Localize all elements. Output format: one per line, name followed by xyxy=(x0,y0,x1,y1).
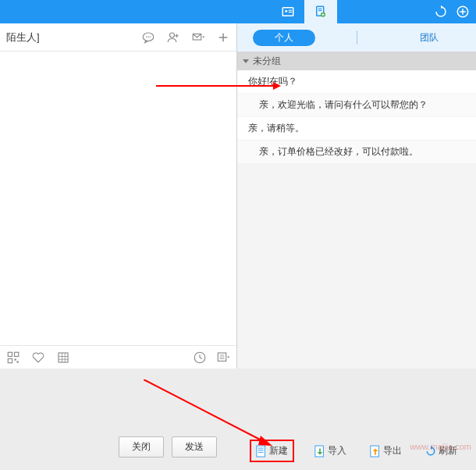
grid-icon[interactable] xyxy=(56,351,70,365)
header-tab-notes[interactable] xyxy=(304,0,337,23)
chat-title: 陌生人] xyxy=(6,30,40,45)
svg-rect-27 xyxy=(8,358,12,362)
new-label: 新建 xyxy=(269,444,288,458)
tab-divider xyxy=(357,30,357,45)
svg-rect-2 xyxy=(289,10,293,11)
svg-marker-10 xyxy=(441,5,443,9)
close-button[interactable]: 关闭 xyxy=(119,436,164,458)
svg-rect-45 xyxy=(258,447,264,448)
quick-phrase-panel: 个人 团队 未分组 你好!在吗？ 亲，欢迎光临，请问有什么可以帮您的？ 亲，请稍… xyxy=(237,23,476,369)
add-icon[interactable] xyxy=(216,30,230,45)
chat-toolbar xyxy=(0,345,236,369)
phrase-item[interactable]: 亲，订单价格已经改好，可以付款啦。 xyxy=(237,141,476,164)
svg-point-16 xyxy=(147,36,149,37)
tab-personal[interactable]: 个人 xyxy=(253,30,315,46)
chat-message-area[interactable] xyxy=(0,52,236,345)
import-label: 导入 xyxy=(328,444,346,458)
phrase-item[interactable]: 你好!在吗？ xyxy=(237,70,476,94)
svg-rect-46 xyxy=(258,450,264,450)
svg-rect-28 xyxy=(15,358,16,360)
svg-rect-47 xyxy=(258,451,264,452)
svg-marker-43 xyxy=(243,59,249,63)
header-tab-contacts[interactable] xyxy=(272,0,304,23)
contact-card-icon xyxy=(281,5,295,19)
new-button[interactable]: 新建 xyxy=(250,440,294,462)
svg-rect-44 xyxy=(257,446,265,457)
tab-team[interactable]: 团队 xyxy=(398,30,460,46)
phrase-item[interactable]: 亲，欢迎光临，请问有什么可以帮您的？ xyxy=(237,94,476,117)
chevron-down-icon xyxy=(242,57,250,65)
chat-panel: 陌生人] xyxy=(0,23,237,369)
svg-rect-30 xyxy=(59,353,68,362)
document-new-icon xyxy=(256,445,267,458)
svg-point-17 xyxy=(150,36,151,37)
export-button[interactable]: 导出 xyxy=(367,440,405,462)
export-label: 导出 xyxy=(383,444,402,458)
svg-point-15 xyxy=(146,36,147,37)
svg-rect-29 xyxy=(17,361,19,362)
bottom-bar: 关闭 发送 新建 导入 导出 刷新 xyxy=(0,369,476,470)
group-header[interactable]: 未分组 xyxy=(237,52,476,70)
svg-line-37 xyxy=(200,358,202,359)
watermark: www.maijia.com xyxy=(410,442,471,451)
add-contact-icon[interactable] xyxy=(166,30,180,45)
plus-icon[interactable] xyxy=(456,5,470,19)
svg-marker-22 xyxy=(202,36,204,37)
heart-icon[interactable] xyxy=(31,351,45,365)
refresh-icon[interactable] xyxy=(434,5,448,19)
import-button[interactable]: 导入 xyxy=(311,440,350,462)
phrase-item[interactable]: 亲，请稍等。 xyxy=(237,117,476,141)
svg-rect-26 xyxy=(15,352,19,356)
svg-rect-25 xyxy=(8,352,12,356)
qrcode-icon[interactable] xyxy=(6,351,20,365)
svg-marker-42 xyxy=(227,356,229,358)
list-dropdown-icon[interactable] xyxy=(216,351,230,365)
document-export-icon xyxy=(370,445,381,458)
svg-rect-3 xyxy=(289,12,293,12)
send-button[interactable]: 发送 xyxy=(172,436,217,458)
title-bar xyxy=(0,0,476,23)
document-import-icon xyxy=(314,445,325,458)
group-label: 未分组 xyxy=(253,55,281,68)
clock-icon[interactable] xyxy=(193,351,207,365)
svg-point-1 xyxy=(285,10,287,12)
mail-dropdown-icon[interactable] xyxy=(191,30,205,45)
note-add-icon xyxy=(314,5,328,19)
svg-point-18 xyxy=(170,33,175,37)
chat-bubble-icon[interactable] xyxy=(141,30,155,45)
